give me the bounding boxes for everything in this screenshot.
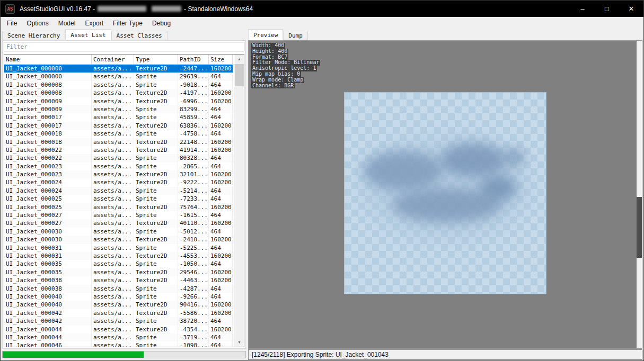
cell-pathid[interactable]: 80328...: [178, 154, 209, 162]
cell-container[interactable]: assets/a...: [92, 219, 134, 227]
cell-size[interactable]: 464: [209, 195, 233, 203]
cell-pathid[interactable]: 29546...: [178, 268, 209, 276]
cell-pathid[interactable]: -3719...: [178, 333, 209, 341]
cell-container[interactable]: assets/a...: [92, 170, 134, 178]
cell-container[interactable]: assets/a...: [92, 105, 134, 113]
cell-pathid[interactable]: 38720...: [178, 317, 209, 325]
cell-name[interactable]: UI_Jacket_000027: [4, 219, 92, 227]
cell-name[interactable]: UI_Jacket_000008: [4, 81, 92, 89]
cell-type[interactable]: Sprite: [134, 187, 178, 195]
cell-size[interactable]: 160200: [209, 219, 233, 227]
cell-size[interactable]: 160200: [209, 89, 233, 97]
cell-name[interactable]: UI_Jacket_000009: [4, 97, 92, 105]
cell-pathid[interactable]: 90416...: [178, 301, 209, 309]
tab-scene-hierarchy[interactable]: Scene Hierarchy: [2, 31, 65, 40]
cell-container[interactable]: assets/a...: [92, 244, 134, 252]
cell-type[interactable]: Texture2D: [134, 97, 178, 105]
cell-type[interactable]: Texture2D: [134, 252, 178, 260]
cell-container[interactable]: assets/a...: [92, 252, 134, 260]
cell-container[interactable]: assets/a...: [92, 113, 134, 121]
cell-container[interactable]: assets/a...: [92, 333, 134, 341]
cell-name[interactable]: UI_Jacket_000017: [4, 122, 92, 130]
cell-pathid[interactable]: -2865...: [178, 163, 209, 170]
preview-scrollbar[interactable]: [637, 41, 642, 348]
cell-size[interactable]: 464: [209, 333, 233, 341]
cell-pathid[interactable]: -4354...: [178, 326, 209, 333]
table-row[interactable]: UI_Jacket_000009assets/a...Sprite83299..…: [4, 105, 235, 113]
cell-type[interactable]: Sprite: [134, 113, 178, 121]
cell-container[interactable]: assets/a...: [92, 309, 134, 317]
column-header-container[interactable]: Container: [92, 55, 134, 64]
cell-pathid[interactable]: 45859...: [178, 113, 209, 121]
cell-pathid[interactable]: 63836...: [178, 122, 209, 130]
cell-pathid[interactable]: -5586...: [178, 309, 209, 317]
cell-type[interactable]: Texture2D: [134, 138, 178, 146]
cell-size[interactable]: 160200: [209, 326, 233, 333]
table-row[interactable]: UI_Jacket_000038assets/a...Sprite-4287..…: [4, 285, 235, 293]
cell-type[interactable]: Sprite: [134, 211, 178, 219]
cell-type[interactable]: Texture2D: [134, 122, 178, 130]
cell-container[interactable]: assets/a...: [92, 211, 134, 219]
table-row[interactable]: UI_Jacket_000046assets/a...Sprite-1098..…: [4, 341, 235, 347]
cell-pathid[interactable]: -9018...: [178, 81, 209, 89]
cell-type[interactable]: Texture2D: [134, 326, 178, 333]
cell-type[interactable]: Texture2D: [134, 203, 178, 211]
cell-size[interactable]: 464: [209, 211, 233, 219]
cell-size[interactable]: 160200: [209, 252, 233, 260]
cell-size[interactable]: 464: [209, 317, 233, 325]
cell-type[interactable]: Texture2D: [134, 178, 178, 186]
cell-pathid[interactable]: 29639...: [178, 73, 209, 80]
asset-list-scrollbar[interactable]: ▲ ▼: [235, 55, 244, 347]
cell-name[interactable]: UI_Jacket_000042: [4, 309, 92, 317]
table-row[interactable]: UI_Jacket_000035assets/a...Sprite-1050..…: [4, 260, 235, 268]
table-row[interactable]: UI_Jacket_000042assets/a...Sprite38720..…: [4, 317, 235, 325]
cell-type[interactable]: Sprite: [134, 244, 178, 252]
cell-type[interactable]: Sprite: [134, 163, 178, 170]
cell-container[interactable]: assets/a...: [92, 178, 134, 186]
table-row[interactable]: UI_Jacket_000000assets/a...Texture2D-244…: [4, 65, 235, 73]
cell-name[interactable]: UI_Jacket_000046: [4, 341, 92, 347]
menu-item-model[interactable]: Model: [54, 18, 81, 29]
cell-name[interactable]: UI_Jacket_000035: [4, 260, 92, 268]
table-row[interactable]: UI_Jacket_000044assets/a...Texture2D-435…: [4, 326, 235, 333]
cell-size[interactable]: 160200: [209, 268, 233, 276]
cell-type[interactable]: Sprite: [134, 293, 178, 301]
cell-size[interactable]: 160200: [209, 178, 233, 186]
cell-type[interactable]: Sprite: [134, 105, 178, 113]
tab-asset-classes[interactable]: Asset Classes: [111, 31, 167, 40]
column-header-name[interactable]: Name: [4, 55, 92, 64]
cell-name[interactable]: UI_Jacket_000024: [4, 178, 92, 186]
cell-pathid[interactable]: -9266...: [178, 293, 209, 301]
cell-container[interactable]: assets/a...: [92, 203, 134, 211]
cell-pathid[interactable]: -4553...: [178, 252, 209, 260]
cell-type[interactable]: Sprite: [134, 154, 178, 162]
cell-type[interactable]: Sprite: [134, 333, 178, 341]
close-button[interactable]: ✕: [619, 1, 643, 17]
cell-type[interactable]: Sprite: [134, 73, 178, 80]
cell-name[interactable]: UI_Jacket_000027: [4, 211, 92, 219]
cell-name[interactable]: UI_Jacket_000022: [4, 154, 92, 162]
table-row[interactable]: UI_Jacket_000035assets/a...Texture2D2954…: [4, 268, 235, 276]
table-row[interactable]: UI_Jacket_000031assets/a...Sprite-5225..…: [4, 244, 235, 252]
table-row[interactable]: UI_Jacket_000008assets/a...Sprite-9018..…: [4, 81, 235, 89]
cell-name[interactable]: UI_Jacket_000008: [4, 89, 92, 97]
cell-container[interactable]: assets/a...: [92, 73, 134, 80]
cell-type[interactable]: Sprite: [134, 130, 178, 138]
table-row[interactable]: UI_Jacket_000025assets/a...Sprite-7233..…: [4, 195, 235, 203]
table-row[interactable]: UI_Jacket_000031assets/a...Texture2D-455…: [4, 252, 235, 260]
cell-name[interactable]: UI_Jacket_000000: [4, 73, 92, 80]
table-row[interactable]: UI_Jacket_000027assets/a...Sprite-1615..…: [4, 211, 235, 219]
table-row[interactable]: UI_Jacket_000030assets/a...Sprite-5012..…: [4, 228, 235, 236]
cell-size[interactable]: 160200: [209, 97, 233, 105]
tab-preview[interactable]: Preview: [248, 29, 283, 40]
cell-container[interactable]: assets/a...: [92, 301, 134, 309]
cell-name[interactable]: UI_Jacket_000042: [4, 317, 92, 325]
cell-type[interactable]: Texture2D: [134, 236, 178, 243]
cell-name[interactable]: UI_Jacket_000030: [4, 228, 92, 236]
cell-type[interactable]: Sprite: [134, 195, 178, 203]
cell-name[interactable]: UI_Jacket_000025: [4, 203, 92, 211]
cell-name[interactable]: UI_Jacket_000025: [4, 195, 92, 203]
table-row[interactable]: UI_Jacket_000018assets/a...Texture2D2214…: [4, 138, 235, 146]
column-header-pathid[interactable]: PathID: [178, 55, 209, 64]
table-row[interactable]: UI_Jacket_000017assets/a...Texture2D6383…: [4, 122, 235, 130]
